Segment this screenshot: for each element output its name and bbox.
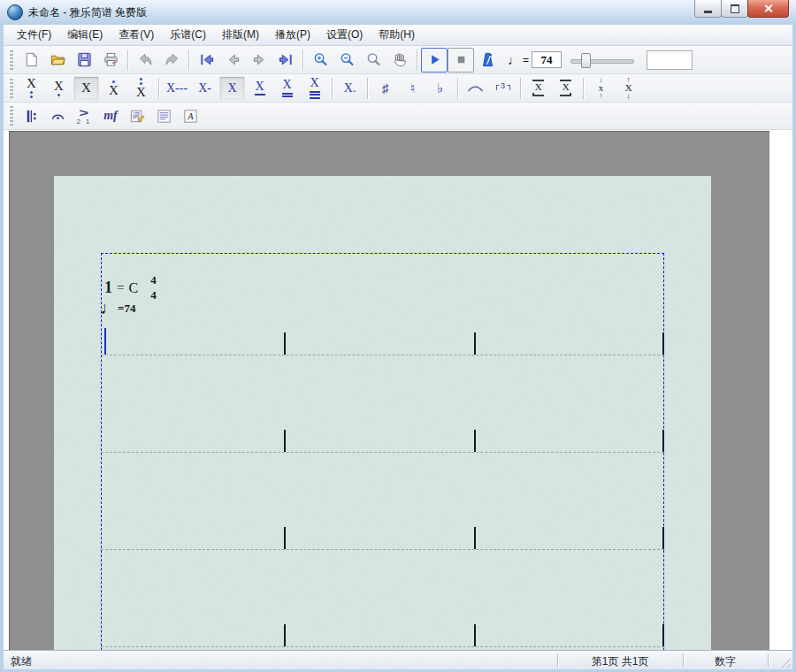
half-note-button[interactable]: X- [192, 76, 218, 100]
toolbar-grip[interactable] [9, 106, 13, 126]
slider-thumb[interactable] [581, 53, 591, 68]
menu-help[interactable]: 帮助(H) [371, 25, 423, 45]
octave-dot [30, 91, 33, 94]
thirtysecond-note-button[interactable]: X [302, 76, 327, 100]
stop-button[interactable] [448, 48, 474, 73]
grace-after-icon: X [560, 80, 571, 96]
first-page-button[interactable] [193, 48, 219, 73]
underline-mark [310, 91, 320, 93]
flat-button[interactable]: ♭ [427, 76, 453, 100]
text-tool-button[interactable]: A [177, 103, 203, 128]
zoom-in-button[interactable] [307, 48, 333, 73]
menu-score[interactable]: 乐谱(C) [162, 25, 214, 45]
tempo-equals-label: = [523, 54, 529, 66]
octave-up-2-button[interactable]: X [128, 76, 154, 100]
open-file-button[interactable] [44, 48, 71, 73]
document-canvas[interactable]: 1 = C 4 4 ♩ =74 [9, 131, 769, 650]
title-bar[interactable]: 未命名 - 雅乐简谱 免费版 [0, 0, 796, 25]
hand-icon [392, 51, 409, 68]
toolbar-grip[interactable] [9, 79, 13, 98]
sixteenth-note-button[interactable]: X [274, 76, 300, 100]
new-file-button[interactable] [18, 48, 44, 73]
letter-a-icon: A [182, 108, 199, 125]
dynamics-button[interactable]: >2 1 [71, 103, 97, 128]
toolbar-grip[interactable] [9, 50, 13, 70]
toolbar-separator [302, 50, 303, 71]
work-area: 1 = C 4 4 ♩ =74 [4, 130, 792, 650]
glissando-out-button[interactable]: ↑X↓ [616, 76, 641, 100]
save-icon [76, 51, 93, 68]
glissando-in-icon: ↓x↑ [599, 77, 604, 99]
prev-page-button[interactable] [219, 48, 246, 73]
note-x-label: X [136, 86, 146, 99]
print-button[interactable] [97, 48, 124, 73]
menu-file[interactable]: 文件(F) [9, 25, 59, 45]
magnifier-icon [365, 51, 382, 68]
lyrics-button[interactable]: 词 [124, 103, 150, 128]
score-page[interactable]: 1 = C 4 4 ♩ =74 [54, 176, 711, 650]
octave-up-1-button[interactable]: X [101, 76, 126, 100]
next-page-icon [251, 51, 268, 68]
octave-down-2-button[interactable]: X [19, 76, 44, 100]
mezzo-forte-button[interactable]: mf [97, 103, 124, 128]
text-block-button[interactable] [150, 103, 177, 128]
toolbar-separator [188, 50, 189, 71]
zoom-out-button[interactable] [333, 48, 360, 73]
barline-end [662, 430, 664, 452]
quarter-note-button[interactable]: X [219, 76, 245, 100]
grace-note-before-button[interactable]: X [525, 76, 551, 100]
menu-edit[interactable]: 编辑(E) [59, 25, 111, 45]
play-button[interactable] [421, 48, 448, 73]
barline-tick [474, 332, 476, 355]
last-page-button[interactable] [272, 48, 299, 73]
octave-dot [57, 94, 60, 96]
octave-middle-button[interactable]: X [73, 76, 99, 100]
extra-input-box[interactable] [647, 50, 693, 70]
print-icon [103, 51, 119, 68]
menu-settings[interactable]: 设置(O) [318, 25, 371, 45]
tempo-slider[interactable] [570, 51, 634, 69]
hand-tool-button[interactable] [387, 48, 413, 73]
metronome-button[interactable] [474, 48, 501, 73]
prev-page-icon [225, 51, 241, 68]
slur-button[interactable] [463, 76, 488, 100]
eighth-note-button[interactable]: X [247, 76, 272, 100]
menu-play[interactable]: 播放(P) [267, 25, 318, 45]
triplet-button[interactable]: 3 [490, 76, 516, 100]
toolbar-separator [520, 78, 521, 99]
underline-mark [282, 95, 293, 97]
tempo-input[interactable] [532, 51, 562, 68]
save-button[interactable] [71, 48, 97, 73]
minimize-button[interactable] [694, 0, 722, 18]
restore-button[interactable] [721, 0, 748, 18]
time-signature: 4 4 [150, 273, 157, 303]
window-title: 未命名 - 雅乐简谱 免费版 [28, 5, 147, 20]
tempo-note-icon: ♩ [508, 52, 521, 67]
fermata-button[interactable] [44, 103, 71, 128]
next-page-button[interactable] [246, 48, 272, 73]
toolbar-marks: >2 1 mf 词 A [4, 103, 792, 130]
repeat-barline-button[interactable] [18, 103, 44, 128]
undo-button[interactable] [132, 48, 158, 73]
resize-grip[interactable] [779, 656, 791, 668]
dotted-note-button[interactable]: X. [337, 76, 363, 100]
menu-bar: 文件(F) 编辑(E) 查看(V) 乐谱(C) 排版(M) 播放(P) 设置(O… [4, 25, 792, 46]
whole-note-button[interactable]: X--- [164, 76, 190, 100]
zoom-select-button[interactable] [360, 48, 387, 73]
repeat-barline-icon [23, 108, 40, 125]
menu-view[interactable]: 查看(V) [111, 25, 162, 45]
barline-tick [474, 430, 476, 452]
status-ready-label: 就绪 [11, 654, 32, 669]
duration-label: X [310, 77, 319, 89]
natural-button[interactable]: ♮ [400, 76, 425, 100]
natural-icon: ♮ [410, 81, 415, 95]
menu-layout[interactable]: 排版(M) [214, 25, 267, 45]
redo-button[interactable] [158, 48, 185, 73]
glissando-in-button[interactable]: ↓x↑ [588, 76, 614, 100]
lyrics-icon: 词 [129, 108, 146, 125]
zoom-out-icon [339, 51, 356, 68]
octave-down-1-button[interactable]: X [46, 76, 72, 100]
grace-note-after-button[interactable]: X [553, 76, 578, 100]
close-button[interactable] [747, 0, 789, 18]
sharp-button[interactable]: ♯ [372, 76, 398, 100]
